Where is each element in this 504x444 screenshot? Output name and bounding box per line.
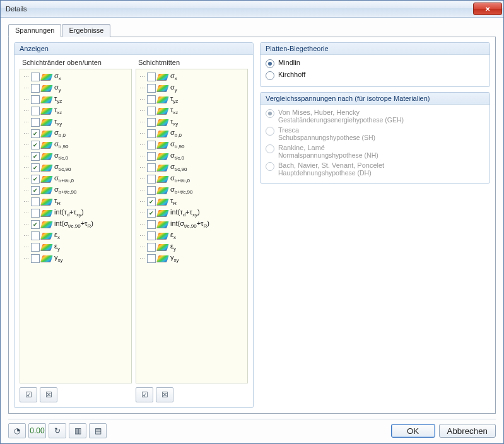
close-icon: ✕ <box>485 6 490 13</box>
schichtraender-item-row[interactable]: ⋯σb,0 <box>21 128 130 139</box>
tab-spannungen[interactable]: Spannungen <box>8 24 61 37</box>
platten-options: MindlinKirchhoff <box>266 57 484 81</box>
schichtmitten-item-checkbox[interactable] <box>147 254 156 263</box>
schichtraender-item-row[interactable]: ⋯σt/c,0 <box>21 151 130 162</box>
tab-ergebnisse[interactable]: Ergebnisse <box>62 24 110 37</box>
schichtraender-item-checkbox[interactable] <box>31 107 40 115</box>
schichtraender-item-checkbox[interactable] <box>31 243 40 252</box>
schichtraender-item-label: εy <box>54 242 60 252</box>
schichtmitten-item-row[interactable]: ⋯σx <box>138 71 246 83</box>
schichtraender-item-checkbox[interactable] <box>31 118 40 127</box>
layout-button[interactable]: ▤ <box>89 423 107 438</box>
schichtmitten-item-checkbox[interactable] <box>147 197 156 206</box>
schichtmitten-item-checkbox[interactable] <box>147 175 156 184</box>
list-schichtmitten[interactable]: ⋯σx⋯σy⋯τyz⋯τxz⋯τxy⋯σb,0⋯σb,90⋯σt/c,0⋯σt/… <box>136 69 248 383</box>
schichtraender-item-row[interactable]: ⋯σt/c,90 <box>21 162 130 173</box>
schichtmitten-item-checkbox[interactable] <box>147 95 156 104</box>
schichtraender-item-row[interactable]: ⋯σb+t/c,0 <box>21 173 130 185</box>
tree-dash-icon: ⋯ <box>23 85 29 91</box>
schichtraender-item-checkbox[interactable] <box>31 220 40 229</box>
schichtraender-item-row[interactable]: ⋯εx <box>21 230 130 242</box>
cancel-button[interactable]: Abbrechen <box>439 424 496 438</box>
select-all-button-2[interactable]: ☑ <box>136 387 153 402</box>
schichtmitten-item-row[interactable]: ⋯εy <box>138 242 246 253</box>
decimals-button[interactable]: 0.00 <box>28 423 46 438</box>
schichtmitten-item-row[interactable]: ⋯τxy <box>138 117 246 128</box>
schichtraender-item-row[interactable]: ⋯int(τd+τxy) <box>21 207 130 219</box>
export-button[interactable]: ▥ <box>69 423 86 438</box>
ok-button[interactable]: OK <box>391 424 435 438</box>
schichtraender-item-checkbox[interactable] <box>31 73 40 81</box>
schichtmitten-item-checkbox[interactable] <box>147 118 156 127</box>
schichtmitten-item-row[interactable]: ⋯τyz <box>138 94 246 105</box>
radio-icon[interactable] <box>266 71 274 80</box>
close-button[interactable]: ✕ <box>473 3 502 15</box>
tree-dash-icon: ⋯ <box>23 244 29 250</box>
schichtmitten-item-row[interactable]: ⋯τxz <box>138 105 246 117</box>
schichtmitten-item-checkbox[interactable] <box>147 163 156 172</box>
schichtraender-item-checkbox[interactable] <box>31 95 40 104</box>
schichtmitten-item-checkbox[interactable] <box>147 220 156 229</box>
schichtraender-item-row[interactable]: ⋯τxy <box>21 117 130 128</box>
schichtmitten-item-row[interactable]: ⋯σb+t/c,90 <box>138 185 246 196</box>
schichtmitten-item-checkbox[interactable] <box>147 107 156 115</box>
schichtraender-item-row[interactable]: ⋯τR <box>21 196 130 207</box>
schichtmitten-item-row[interactable]: ⋯σy <box>138 83 246 94</box>
schichtmitten-item-row[interactable]: ⋯int(σt/c,90+τR) <box>138 219 246 230</box>
select-none-button-1[interactable]: ☒ <box>40 387 57 402</box>
schichtraender-item-checkbox[interactable] <box>31 186 40 195</box>
schichtraender-item-row[interactable]: ⋯γxy <box>21 253 130 264</box>
schichtmitten-item-checkbox[interactable] <box>147 73 156 81</box>
schichtmitten-item-row[interactable]: ⋯τR <box>138 196 246 207</box>
units-button[interactable]: ↻ <box>49 423 66 438</box>
help-button[interactable]: ◔ <box>8 423 26 438</box>
schichtraender-item-row[interactable]: ⋯σb+t/c,90 <box>21 185 130 196</box>
schichtmitten-item-row[interactable]: ⋯σb,0 <box>138 128 246 139</box>
schichtmitten-item-row[interactable]: ⋯εx <box>138 230 246 242</box>
schichtraender-item-row[interactable]: ⋯εy <box>21 242 130 253</box>
bottom-toolbar: ◔ 0.00 ↻ ▥ ▤ <box>8 423 107 438</box>
schichtraender-item-checkbox[interactable] <box>31 175 40 184</box>
schichtraender-item-checkbox[interactable] <box>31 254 40 263</box>
schichtraender-item-checkbox[interactable] <box>31 209 40 218</box>
schichtmitten-item-checkbox[interactable] <box>147 129 156 138</box>
schichtraender-item-label: τR <box>54 197 61 206</box>
schichtraender-item-row[interactable]: ⋯σy <box>21 83 130 94</box>
schichtmitten-item-row[interactable]: ⋯γxy <box>138 253 246 264</box>
col-schichtmitten: Schichtmitten ⋯σx⋯σy⋯τyz⋯τxz⋯τxy⋯σb,0⋯σb… <box>136 57 248 402</box>
layer-icon <box>156 176 168 182</box>
schichtraender-item-row[interactable]: ⋯σx <box>21 71 130 83</box>
schichtmitten-item-row[interactable]: ⋯σb,90 <box>138 139 246 151</box>
schichtraender-item-checkbox[interactable] <box>31 163 40 172</box>
list-schichtraender[interactable]: ⋯σx⋯σy⋯τyz⋯τxz⋯τxy⋯σb,0⋯σb,90⋯σt/c,0⋯σt/… <box>20 69 132 383</box>
schichtmitten-item-row[interactable]: ⋯σb+t/c,0 <box>138 173 246 185</box>
schichtraender-item-checkbox[interactable] <box>31 84 40 93</box>
schichtraender-item-checkbox[interactable] <box>31 141 40 149</box>
platten-option[interactable]: Kirchhoff <box>266 69 484 81</box>
vergleich-option-sublabel: Hauptdehnungshypothese (DH) <box>278 169 384 177</box>
schichtraender-item-row[interactable]: ⋯int(σt/c,90+τR) <box>21 219 130 230</box>
schichtraender-item-checkbox[interactable] <box>31 129 40 138</box>
schichtraender-item-checkbox[interactable] <box>31 231 40 240</box>
schichtmitten-item-row[interactable]: ⋯σt/c,0 <box>138 151 246 162</box>
schichtmitten-item-checkbox[interactable] <box>147 243 156 252</box>
schichtmitten-item-row[interactable]: ⋯int(τd+τxy) <box>138 207 246 219</box>
schichtmitten-item-checkbox[interactable] <box>147 84 156 93</box>
select-none-button-2[interactable]: ☒ <box>156 387 173 402</box>
schichtmitten-item-row[interactable]: ⋯σt/c,90 <box>138 162 246 173</box>
schichtmitten-item-checkbox[interactable] <box>147 141 156 149</box>
schichtraender-item-checkbox[interactable] <box>31 152 40 161</box>
schichtraender-item-checkbox[interactable] <box>31 197 40 206</box>
radio-icon[interactable] <box>266 59 274 68</box>
schichtraender-item-row[interactable]: ⋯σb,90 <box>21 139 130 151</box>
schichtraender-item-row[interactable]: ⋯τxz <box>21 105 130 117</box>
select-all-button-1[interactable]: ☑ <box>20 387 37 402</box>
schichtmitten-item-checkbox[interactable] <box>147 231 156 240</box>
schichtmitten-item-checkbox[interactable] <box>147 186 156 195</box>
schichtraender-item-row[interactable]: ⋯τyz <box>21 94 130 105</box>
platten-option[interactable]: Mindlin <box>266 57 484 69</box>
content-area: SpannungenErgebnisse Anzeigen Schichträn… <box>1 18 503 443</box>
schichtmitten-item-checkbox[interactable] <box>147 209 156 218</box>
schichtmitten-item-checkbox[interactable] <box>147 152 156 161</box>
vergleich-option: Von Mises, Huber, HenckyGestaltänderungs… <box>266 107 484 125</box>
